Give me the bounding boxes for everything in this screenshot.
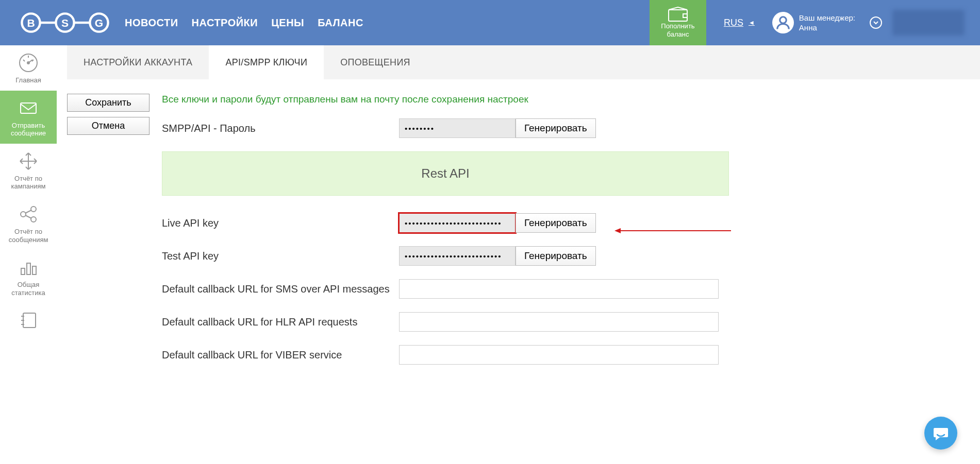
- nav-prices[interactable]: ЦЕНЫ: [271, 17, 304, 29]
- test-key-label: Test API key: [162, 250, 399, 262]
- notice-text: Все ключи и пароли будут отправлены вам …: [162, 94, 729, 105]
- svg-text:S: S: [61, 17, 69, 29]
- content-area: НАСТРОЙКИ АККАУНТА API/SMPP КЛЮЧИ ОПОВЕЩ…: [57, 45, 980, 399]
- manager-block[interactable]: Ваш менеджер: Анна: [772, 12, 855, 33]
- save-button[interactable]: Сохранить: [67, 94, 150, 112]
- svg-rect-9: [683, 14, 687, 18]
- nav-news[interactable]: НОВОСТИ: [125, 17, 178, 29]
- tab-account[interactable]: НАСТРОЙКИ АККАУНТА: [67, 45, 209, 79]
- bar-chart-icon: [18, 257, 39, 278]
- language-selector[interactable]: RUS ◄: [724, 18, 755, 28]
- live-generate-button[interactable]: Генерировать: [516, 213, 596, 233]
- dropdown-button[interactable]: [870, 16, 882, 29]
- action-column: Сохранить Отмена: [67, 94, 150, 378]
- sidebar-home[interactable]: Главная: [0, 45, 57, 91]
- svg-rect-21: [27, 263, 30, 274]
- chevron-left-icon: ◄: [749, 19, 755, 26]
- smpp-generate-button[interactable]: Генерировать: [516, 118, 596, 138]
- test-api-key-input[interactable]: [399, 246, 516, 266]
- svg-line-18: [25, 210, 31, 213]
- share-icon: [18, 204, 39, 225]
- tab-notif[interactable]: ОПОВЕЩЕНИЯ: [324, 45, 427, 79]
- rest-api-heading: Rest API: [162, 151, 729, 196]
- svg-point-16: [31, 207, 36, 212]
- svg-point-17: [31, 217, 36, 222]
- svg-rect-14: [21, 103, 36, 113]
- chevron-down-icon: [873, 20, 878, 25]
- sidebar-send[interactable]: Отправить сообщение: [0, 91, 57, 144]
- topup-line2: баланс: [667, 30, 689, 39]
- cb-sms-input[interactable]: [399, 279, 719, 299]
- form-main: Все ключи и пароли будут отправлены вам …: [162, 94, 729, 378]
- top-header: B S G НОВОСТИ НАСТРОЙКИ ЦЕНЫ БАЛАНС Попо…: [0, 0, 980, 45]
- svg-point-13: [27, 62, 29, 64]
- cancel-button[interactable]: Отмена: [67, 117, 150, 135]
- sidebar-messages-label: Отчёт по сообщениям: [2, 228, 55, 244]
- sub-tabs: НАСТРОЙКИ АККАУНТА API/SMPP КЛЮЧИ ОПОВЕЩ…: [67, 45, 980, 79]
- user-info-blurred: [892, 10, 965, 36]
- tab-api[interactable]: API/SMPP КЛЮЧИ: [209, 45, 324, 79]
- move-icon: [18, 151, 39, 171]
- wallet-icon: [668, 7, 688, 22]
- lang-label: RUS: [724, 18, 743, 28]
- user-icon: [775, 15, 791, 30]
- sidebar-stats-label: Общая статистика: [2, 281, 55, 297]
- sidebar-messages[interactable]: Отчёт по сообщениям: [0, 197, 57, 250]
- sidebar-campaign[interactable]: Отчёт по кампаниям: [0, 144, 57, 197]
- live-api-key-input[interactable]: [399, 213, 516, 233]
- cb-viber-label: Default callback URL for VIBER service: [162, 349, 399, 361]
- svg-rect-23: [23, 313, 36, 328]
- live-key-label: Live API key: [162, 217, 399, 229]
- manager-name: Анна: [799, 23, 855, 33]
- notebook-icon: [18, 310, 39, 331]
- cb-hlr-label: Default callback URL for HLR API request…: [162, 316, 399, 328]
- sidebar: Главная Отправить сообщение Отчёт по кам…: [0, 45, 57, 337]
- svg-point-10: [780, 17, 787, 24]
- sidebar-send-label: Отправить сообщение: [2, 122, 55, 138]
- svg-point-15: [21, 212, 26, 217]
- svg-rect-8: [669, 10, 687, 21]
- avatar: [772, 12, 794, 33]
- svg-text:B: B: [27, 17, 35, 29]
- sidebar-campaign-label: Отчёт по кампаниям: [2, 175, 55, 191]
- svg-rect-20: [21, 268, 25, 274]
- cb-sms-label: Default callback URL for SMS over API me…: [162, 283, 399, 295]
- sidebar-stats[interactable]: Общая статистика: [0, 250, 57, 303]
- manager-caption: Ваш менеджер:: [799, 13, 855, 23]
- svg-text:G: G: [95, 17, 103, 29]
- cb-hlr-input[interactable]: [399, 312, 719, 332]
- smpp-password-input[interactable]: [399, 118, 516, 138]
- sidebar-home-label: Главная: [15, 76, 41, 84]
- test-generate-button[interactable]: Генерировать: [516, 246, 596, 266]
- envelope-icon: [18, 98, 39, 118]
- topup-line1: Пополнить: [661, 22, 694, 30]
- sidebar-more[interactable]: [0, 303, 57, 337]
- svg-rect-22: [32, 266, 36, 274]
- logo[interactable]: B S G: [20, 11, 110, 34]
- nav-settings[interactable]: НАСТРОЙКИ: [192, 17, 258, 29]
- top-nav: НОВОСТИ НАСТРОЙКИ ЦЕНЫ БАЛАНС: [125, 17, 363, 29]
- nav-balance[interactable]: БАЛАНС: [318, 17, 363, 29]
- smpp-label: SMPP/API - Пароль: [162, 123, 399, 134]
- cb-viber-input[interactable]: [399, 345, 719, 365]
- topup-button[interactable]: Пополнить баланс: [650, 0, 706, 45]
- gauge-icon: [18, 53, 39, 73]
- svg-line-19: [25, 215, 31, 218]
